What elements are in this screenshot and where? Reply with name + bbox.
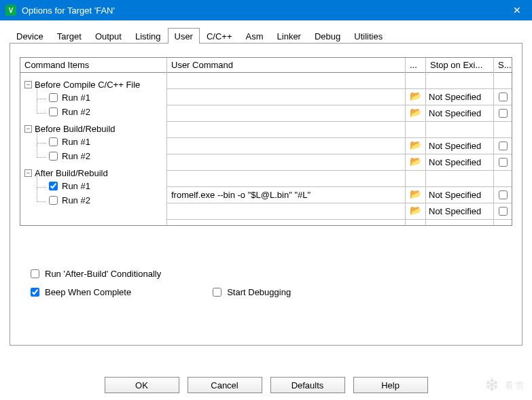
tab-debug[interactable]: Debug: [308, 29, 347, 43]
collapse-icon[interactable]: −: [24, 81, 32, 88]
tab-ccpp[interactable]: C/C++: [200, 29, 239, 43]
spawn-cell[interactable]: [494, 89, 512, 105]
browse-cell[interactable]: [406, 203, 425, 220]
run-item[interactable]: Run #1: [49, 91, 166, 105]
spawn-checkbox[interactable]: [499, 207, 508, 216]
run-checkbox[interactable]: [49, 137, 58, 146]
spawn-checkbox[interactable]: [499, 141, 508, 150]
browse-cell[interactable]: [406, 187, 425, 203]
folder-icon: [410, 141, 422, 152]
folder-icon: [410, 108, 422, 119]
stop-cell[interactable]: Not Specified: [426, 138, 493, 154]
col-header-cmd: User Command: [167, 58, 405, 73]
run-checkbox[interactable]: [49, 196, 58, 205]
beep-checkbox[interactable]: [31, 288, 39, 297]
group-before-build[interactable]: − Before Build/Rebuild: [24, 124, 166, 134]
cmd-cell[interactable]: [167, 105, 405, 122]
debug-label: Start Debugging: [227, 287, 291, 297]
cmd-cell[interactable]: [167, 154, 405, 171]
spawn-cell: [494, 171, 512, 187]
run-checkbox[interactable]: [49, 182, 58, 190]
spawn-cell[interactable]: [494, 154, 512, 171]
spawn-cell[interactable]: [494, 187, 512, 203]
beep-label: Beep When Complete: [45, 287, 131, 297]
titlebar: V Options for Target 'FAN' ✕: [0, 0, 532, 20]
spawn-cell[interactable]: [494, 105, 512, 122]
group-label: After Build/Rebuild: [35, 168, 108, 178]
tab-user[interactable]: User: [168, 28, 200, 44]
option-debug[interactable]: Start Debugging: [213, 287, 291, 297]
stop-cell[interactable]: Not Specified: [426, 154, 493, 171]
cancel-button[interactable]: Cancel: [188, 377, 262, 393]
run-label: Run #2: [62, 195, 90, 205]
cmd-cell[interactable]: [167, 138, 405, 154]
run-item[interactable]: Run #1: [49, 180, 166, 194]
tab-utilities[interactable]: Utilities: [347, 29, 389, 43]
run-checkbox[interactable]: [49, 152, 58, 161]
option-conditional[interactable]: Run 'After-Build' Conditionally: [31, 269, 291, 279]
defaults-button[interactable]: Defaults: [270, 377, 345, 393]
stop-cell[interactable]: Not Specified: [426, 105, 493, 122]
spawn-checkbox[interactable]: [499, 190, 508, 199]
tab-device[interactable]: Device: [10, 29, 50, 43]
browse-cell: [406, 122, 425, 138]
browse-cell: [406, 73, 425, 89]
cmd-cell[interactable]: [167, 122, 405, 138]
spawn-checkbox[interactable]: [499, 93, 508, 101]
run-item[interactable]: Run #2: [49, 105, 166, 120]
conditional-checkbox[interactable]: [31, 269, 39, 278]
run-label: Run #2: [62, 151, 90, 161]
close-button[interactable]: ✕: [501, 0, 532, 20]
spawn-cell[interactable]: [494, 138, 512, 154]
stop-cell: [426, 171, 493, 187]
group-after-build[interactable]: − After Build/Rebuild: [24, 168, 166, 178]
stop-cell: [426, 122, 493, 138]
debug-checkbox[interactable]: [213, 288, 221, 297]
run-checkbox[interactable]: [49, 93, 58, 102]
stop-cell: [426, 73, 493, 89]
tab-target[interactable]: Target: [50, 29, 88, 43]
collapse-icon[interactable]: −: [24, 169, 32, 177]
option-beep[interactable]: Beep When Complete: [31, 287, 131, 297]
group-label: Before Build/Rebuild: [35, 124, 116, 134]
col-header-stop: Stop on Exi...: [426, 58, 493, 73]
ok-button[interactable]: OK: [105, 377, 179, 393]
folder-icon: [410, 190, 422, 201]
collapse-icon[interactable]: −: [24, 125, 32, 133]
spawn-cell[interactable]: [494, 203, 512, 220]
run-item[interactable]: Run #2: [49, 194, 166, 208]
help-button[interactable]: Help: [353, 377, 428, 393]
browse-cell[interactable]: [406, 89, 425, 105]
run-item[interactable]: Run #1: [49, 135, 166, 150]
tab-panel-user: Command Items − Before Compile C/C++ Fil…: [10, 44, 522, 346]
spawn-checkbox[interactable]: [499, 158, 508, 167]
conditional-label: Run 'After-Build' Conditionally: [45, 269, 161, 279]
tab-output[interactable]: Output: [88, 29, 128, 43]
folder-icon: [410, 157, 422, 168]
group-label: Before Compile C/C++ File: [35, 80, 140, 90]
tabstrip: Device Target Output Listing User C/C++ …: [10, 29, 522, 44]
run-checkbox[interactable]: [49, 107, 58, 116]
stop-cell[interactable]: Not Specified: [426, 187, 493, 203]
tab-listing[interactable]: Listing: [128, 29, 168, 43]
tab-linker[interactable]: Linker: [270, 29, 308, 43]
window-title: Options for Target 'FAN': [22, 5, 501, 16]
group-before-compile[interactable]: − Before Compile C/C++ File: [24, 80, 166, 90]
stop-cell[interactable]: Not Specified: [426, 89, 493, 105]
run-item[interactable]: Run #2: [49, 150, 166, 164]
cmd-cell[interactable]: fromelf.exe --bin -o "$L@L.bin" "#L": [167, 187, 405, 203]
cmd-cell[interactable]: [167, 203, 405, 220]
tab-asm[interactable]: Asm: [239, 29, 270, 43]
browse-cell: [406, 171, 425, 187]
cmd-cell[interactable]: [167, 171, 405, 187]
spawn-checkbox[interactable]: [499, 109, 508, 118]
folder-icon: [410, 92, 422, 103]
folder-icon: [410, 206, 422, 217]
browse-cell[interactable]: [406, 138, 425, 154]
browse-cell[interactable]: [406, 154, 425, 171]
stop-cell[interactable]: Not Specified: [426, 203, 493, 220]
app-icon: V: [5, 5, 16, 16]
cmd-cell[interactable]: [167, 73, 405, 89]
cmd-cell[interactable]: [167, 89, 405, 105]
browse-cell[interactable]: [406, 105, 425, 122]
